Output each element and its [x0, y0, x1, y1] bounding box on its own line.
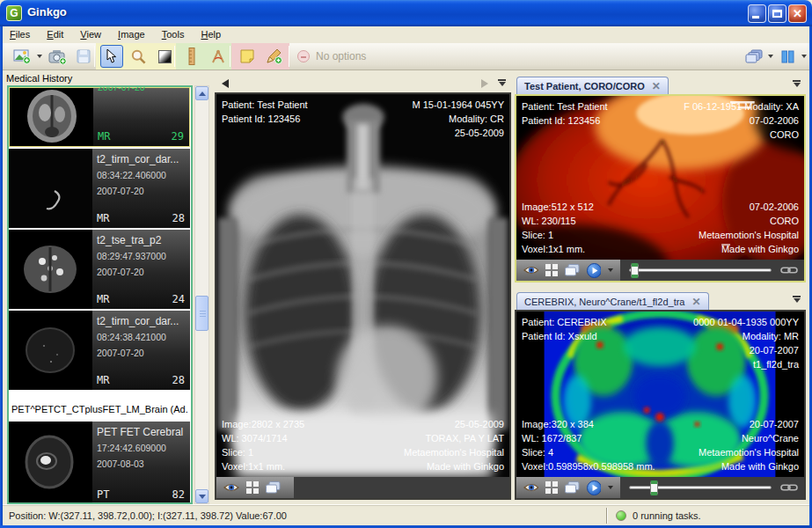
image-info-overlay: Image:2802 x 2735WL: 3074/1714 Slice: 1V…: [222, 417, 304, 473]
tab-coro[interactable]: Test Patient, CORO/CORO ✕: [516, 77, 669, 94]
series-layout-dropdown[interactable]: [768, 55, 773, 58]
split-view-button[interactable]: [776, 45, 799, 68]
window-level-tool-button[interactable]: [153, 45, 176, 68]
pointer-icon: [106, 49, 117, 63]
patient-info-overlay: Patient: Test PatientPatient Id: 123456: [522, 99, 608, 128]
series-thumbnail: [9, 311, 92, 390]
note-tool-button[interactable]: [236, 45, 259, 68]
menu-help[interactable]: Help: [194, 26, 228, 41]
tab-scroll-left-button[interactable]: [222, 79, 229, 88]
open-image-dropdown[interactable]: [37, 55, 42, 58]
series-list-scrollbar[interactable]: [194, 85, 209, 504]
series-list-item[interactable]: t2_tse_tra_p2 08:29:47.937000 2007-07-20…: [9, 230, 190, 309]
grid-layout-button[interactable]: [545, 264, 558, 276]
pencil-icon: [266, 48, 282, 64]
zoom-tool-button[interactable]: [127, 45, 150, 68]
coro-tab-bar: Test Patient, CORO/CORO ✕: [515, 76, 806, 94]
tab-close-icon[interactable]: ✕: [691, 297, 700, 307]
angle-tool-button[interactable]: [207, 45, 230, 68]
no-options-icon: [297, 50, 310, 62]
cerebrix-tab-bar: CEREBRIX, Neuro^Crane/t1_fl2d_tra ✕: [515, 291, 806, 310]
xray-viewport[interactable]: Patient: Test PatientPatient Id: 123456 …: [216, 94, 509, 477]
tab-cerebrix[interactable]: CEREBRIX, Neuro^Crane/t1_fl2d_tra ✕: [516, 292, 709, 310]
menu-image[interactable]: Image: [111, 26, 152, 41]
series-modality: PT: [97, 488, 109, 501]
tab-list-dropdown[interactable]: [793, 80, 801, 87]
tasks-status: 0 running tasks.: [633, 510, 701, 521]
play-options-dropdown[interactable]: [608, 486, 613, 489]
annotation-tool-group: [231, 43, 289, 70]
cine-slider[interactable]: [629, 268, 772, 272]
study-info-overlay: F 06-12-1951 Modality: XA07-02-2006CORO: [684, 99, 799, 142]
layout-tool-group: [738, 43, 811, 70]
cine-slider[interactable]: [629, 486, 772, 489]
ruler-tool-button[interactable]: [180, 45, 203, 68]
grid-layout-button[interactable]: [246, 481, 259, 494]
series-panels-button[interactable]: [565, 481, 579, 494]
window-title: Ginkgo: [27, 5, 67, 18]
tab-scroll-right-button[interactable]: [481, 79, 488, 88]
cine-slider-thumb[interactable]: [631, 263, 639, 278]
menu-bar: Files Edit View Image Tools Help: [3, 26, 809, 43]
series-count: 28: [172, 212, 185, 224]
tab-close-icon[interactable]: ✕: [652, 81, 661, 92]
split-view-dropdown[interactable]: [801, 55, 807, 58]
tab-list-dropdown[interactable]: [793, 296, 801, 303]
link-series-button[interactable]: [780, 266, 798, 275]
pointer-tool-button[interactable]: [100, 45, 123, 68]
note-icon: [240, 49, 254, 63]
play-options-dropdown[interactable]: [608, 268, 613, 272]
position-status: Position: W:(327.11, 398.72,0.00); I:(32…: [9, 510, 287, 521]
patient-info-overlay: Patient: Test PatientPatient Id: 123456: [222, 98, 308, 126]
close-button[interactable]: ✕: [788, 4, 807, 23]
link-series-button[interactable]: [780, 483, 798, 492]
menu-files[interactable]: Files: [3, 26, 37, 41]
menu-view[interactable]: View: [73, 26, 108, 41]
series-list-item[interactable]: 2007-07-20 MR 29: [9, 87, 190, 147]
series-thumbnail: [10, 88, 93, 146]
minimize-icon: [752, 16, 759, 18]
series-title: t2_tse_tra_p2: [97, 234, 161, 246]
status-separator: [606, 508, 608, 524]
visibility-button[interactable]: [223, 482, 239, 493]
coro-viewport[interactable]: Patient: Test PatientPatient Id: 123456 …: [516, 96, 804, 260]
visibility-button[interactable]: [523, 265, 538, 275]
series-panels-button[interactable]: [565, 264, 579, 276]
magnifier-icon: [131, 49, 146, 64]
window-level-icon: [158, 50, 172, 63]
menu-tools[interactable]: Tools: [155, 26, 192, 41]
series-layout-button[interactable]: [743, 45, 765, 68]
cerebrix-viewport[interactable]: Patient: CEREBRIXPatient Id: Xsxuld 0000…: [516, 312, 804, 477]
coro-viewer-toolbar: [516, 260, 804, 281]
grid-layout-button[interactable]: [545, 481, 558, 494]
cine-slider-thumb[interactable]: [650, 480, 658, 495]
series-list-item[interactable]: t2_tirm_cor_dar... 08:34:22.406000 2007-…: [9, 149, 190, 228]
cerebrix-viewer-panel: Patient: CEREBRIXPatient Id: Xsxuld 0000…: [515, 310, 806, 500]
scrollbar-thumb[interactable]: [195, 296, 208, 331]
series-panels-button[interactable]: [266, 481, 281, 494]
series-count: 28: [172, 374, 185, 386]
series-list-item[interactable]: PET FET Cerebral 17:24:42.609000 2007-08…: [9, 422, 190, 504]
scroll-down-button[interactable]: [195, 489, 208, 503]
open-image-button[interactable]: [11, 45, 33, 68]
scroll-up-button[interactable]: [195, 86, 208, 100]
visibility-button[interactable]: [523, 482, 538, 493]
ruler-icon: [188, 48, 195, 65]
save-button[interactable]: [72, 45, 95, 68]
annotate-tool-button[interactable]: [262, 45, 285, 68]
series-list: 2007-07-20 MR 29 t2_tirm_cor_dar... 08:3…: [7, 85, 193, 504]
menu-edit[interactable]: Edit: [40, 26, 70, 41]
play-button[interactable]: [587, 480, 601, 495]
snapshot-button[interactable]: [46, 45, 69, 68]
minimize-button[interactable]: [748, 4, 766, 23]
play-button[interactable]: [587, 263, 601, 278]
title-bar[interactable]: G Ginkgo ✕: [0, 0, 812, 26]
series-list-item[interactable]: t2_tirm_cor_dar... 08:24:38.421000 2007-…: [9, 311, 190, 390]
maximize-button[interactable]: [768, 4, 786, 23]
series-date: 2007-07-20: [97, 348, 144, 358]
tab-list-dropdown[interactable]: [498, 79, 506, 86]
tab-label: Test Patient, CORO/CORO: [524, 81, 645, 92]
split-view-icon: [781, 50, 794, 63]
study-info-overlay: M 15-01-1964 045YYModality: CR25-05-2009: [412, 98, 504, 140]
institution-info-overlay: 07-02-2006CORO Metaemotion's HospitalMad…: [699, 200, 799, 256]
